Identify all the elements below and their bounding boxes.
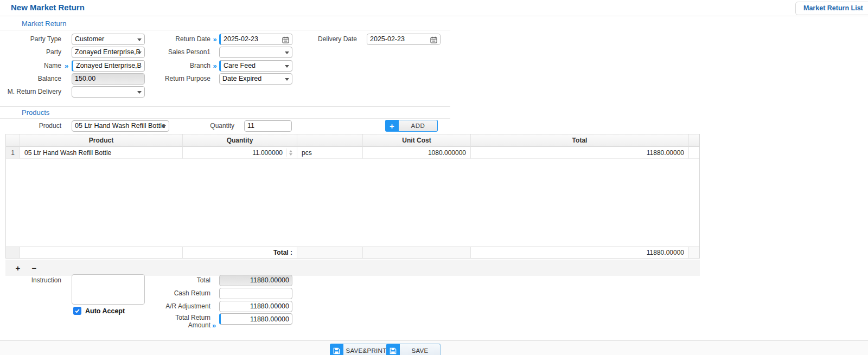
table-total-row: Total : 11880.00000: [6, 247, 699, 258]
save-and-print-button[interactable]: SAVE&PRINT: [330, 344, 390, 355]
delivery-date-field: Delivery Date: [293, 33, 441, 45]
add-product-button[interactable]: + ADD: [385, 120, 438, 132]
market-return-section-title: Market Return: [22, 20, 66, 28]
header-scroll-col: [689, 134, 699, 147]
return-purpose-field: Return Purpose Date Expired: [146, 73, 292, 85]
chevron-down-icon: [137, 38, 142, 41]
product-select[interactable]: 05 Ltr Hand Wash Refill Bottle: [72, 120, 169, 132]
required-chevron-icon: »: [212, 322, 216, 329]
table-total-value: 11880.00000: [471, 247, 689, 258]
balance-label: Balance: [0, 75, 61, 82]
quantity-label: Quantity: [183, 122, 234, 130]
row-quantity-value: 11.000000: [252, 149, 283, 157]
party-type-field: Party Type Customer: [0, 33, 145, 45]
market-return-list-button[interactable]: Market Return List: [795, 2, 868, 15]
row-scroll-cell: [689, 147, 699, 159]
product-label: Product: [0, 122, 61, 130]
return-date-label: Return Date: [146, 35, 210, 43]
products-section-header: Products: [0, 106, 450, 119]
party-value: Zonayed Enterprise,B: [75, 48, 141, 56]
cash-return-input[interactable]: [219, 288, 292, 299]
ar-adjustment-label: A/R Adjustment: [146, 302, 210, 310]
add-row-button[interactable]: +: [14, 264, 22, 272]
remove-row-button[interactable]: −: [30, 264, 38, 272]
chevron-down-icon: [137, 51, 142, 54]
row-quantity-cell[interactable]: 11.000000: [183, 147, 297, 159]
stepper-down-icon: [289, 153, 292, 156]
save-label: SAVE: [400, 344, 441, 355]
required-chevron-icon: »: [213, 62, 216, 69]
branch-value: Care Feed: [224, 62, 256, 69]
chevron-down-icon: [285, 51, 289, 54]
branch-select[interactable]: Care Feed: [219, 60, 292, 72]
total-return-amount-input[interactable]: [219, 313, 292, 325]
party-type-label: Party Type: [0, 35, 61, 43]
plus-icon: +: [385, 120, 399, 132]
delivery-date-input[interactable]: [367, 34, 441, 44]
name-input[interactable]: [72, 60, 145, 72]
required-chevron-icon: »: [213, 36, 216, 43]
chevron-down-icon: [137, 91, 142, 94]
total-label: Total: [146, 276, 210, 284]
return-purpose-select[interactable]: Date Expired: [219, 73, 292, 85]
product-field: Product 05 Ltr Hand Wash Refill Bottle: [0, 120, 169, 132]
check-icon: [74, 308, 80, 314]
return-date-wrap: [219, 34, 292, 45]
sales-person1-label: Sales Person1: [146, 48, 210, 56]
calendar-icon[interactable]: [282, 36, 289, 45]
stepper-up-icon: [289, 150, 292, 152]
m-return-delivery-select[interactable]: [72, 86, 145, 98]
balance-input: [72, 73, 145, 85]
save-and-print-label: SAVE&PRINT: [343, 344, 390, 355]
return-date-field: Return Date »: [146, 33, 292, 45]
name-field: Name »: [0, 60, 145, 72]
calendar-icon[interactable]: [430, 36, 437, 45]
total-field: Total: [146, 274, 292, 286]
row-number-cell: 1: [6, 147, 20, 159]
required-chevron-icon: »: [65, 62, 68, 69]
quantity-input[interactable]: [244, 120, 292, 132]
total-return-amount-label: Total Return Amount: [146, 314, 210, 329]
branch-label: Branch: [146, 62, 210, 69]
delivery-date-label: Delivery Date: [293, 35, 357, 43]
table-footer-toolbar: + −: [5, 260, 700, 276]
row-total-cell: 11880.00000: [471, 147, 689, 159]
quantity-stepper[interactable]: [286, 149, 292, 157]
name-label: Name: [0, 62, 61, 69]
m-return-delivery-field: M. Return Delivery: [0, 86, 145, 98]
quantity-field: Quantity: [183, 120, 292, 132]
delivery-date-wrap: [367, 34, 441, 45]
party-field: Party Zonayed Enterprise,B: [0, 46, 145, 58]
header-unit: [297, 134, 363, 147]
branch-field: Branch » Care Feed: [146, 60, 292, 72]
instruction-label: Instruction: [0, 276, 61, 284]
party-label: Party: [0, 48, 61, 56]
ar-adjustment-input[interactable]: [219, 301, 292, 312]
header-product: Product: [20, 134, 183, 147]
row-unit-cost-cell: 1080.000000: [363, 147, 471, 159]
table-row: 1 05 Ltr Hand Wash Refill Bottle 11.0000…: [6, 147, 699, 159]
return-purpose-label: Return Purpose: [146, 75, 210, 82]
page-title: New Market Return: [11, 3, 85, 12]
sales-person1-select[interactable]: [219, 47, 292, 58]
party-select[interactable]: Zonayed Enterprise,B: [72, 47, 145, 58]
save-button[interactable]: SAVE: [386, 344, 441, 355]
save-icon: [386, 344, 400, 355]
instruction-textarea[interactable]: [72, 274, 145, 305]
chevron-down-icon: [285, 78, 289, 81]
party-type-value: Customer: [75, 35, 104, 43]
sales-person1-field: Sales Person1: [146, 46, 292, 58]
party-type-select[interactable]: Customer: [72, 34, 145, 45]
row-product-cell: 05 Ltr Hand Wash Refill Bottle: [20, 147, 183, 159]
header-row-number: [6, 134, 20, 147]
cash-return-field: Cash Return: [146, 287, 292, 299]
total-input: [219, 275, 292, 286]
products-table: Product Quantity Unit Cost Total 1 05 Lt…: [5, 134, 700, 259]
header-unit-cost: Unit Cost: [363, 134, 471, 147]
m-return-delivery-label: M. Return Delivery: [0, 88, 61, 95]
auto-accept-checkbox[interactable]: [73, 307, 81, 315]
table-total-label: Total :: [183, 247, 297, 258]
auto-accept-label[interactable]: Auto Accept: [85, 307, 125, 315]
header-total: Total: [471, 134, 689, 147]
return-purpose-value: Date Expired: [222, 75, 261, 82]
